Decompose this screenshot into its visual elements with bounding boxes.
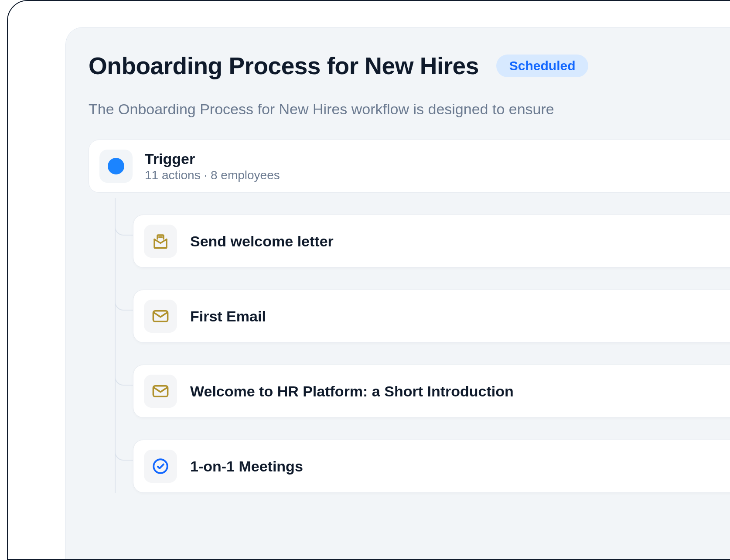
check-circle-icon <box>151 457 170 475</box>
trigger-subtitle: 11 actions · 8 employees <box>145 168 280 182</box>
connector-elbow <box>115 423 133 461</box>
step-card[interactable]: 1-on-1 Meetings <box>133 440 730 493</box>
mail-icon <box>151 382 170 400</box>
connector-elbow <box>115 198 133 236</box>
step-title: 1-on-1 Meetings <box>190 458 303 475</box>
step-icon-box <box>144 225 177 258</box>
header-row: Onboarding Process for New Hires Schedul… <box>89 52 730 80</box>
connector-elbow <box>115 348 133 386</box>
workflow-step: First Email <box>115 290 730 343</box>
workflow-tree: Trigger 11 actions · 8 employees Send we… <box>89 140 730 493</box>
trigger-text: Trigger 11 actions · 8 employees <box>145 150 280 182</box>
page-title: Onboarding Process for New Hires <box>89 52 479 80</box>
status-badge: Scheduled <box>496 55 589 77</box>
step-card[interactable]: First Email <box>133 290 730 343</box>
trigger-icon-box <box>99 150 133 183</box>
steps-container: Send welcome letter First Email Welcome … <box>115 215 730 493</box>
step-title: Welcome to HR Platform: a Short Introduc… <box>190 383 514 400</box>
workflow-step: 1-on-1 Meetings <box>115 440 730 493</box>
step-icon-box <box>144 300 177 333</box>
mail-open-icon <box>151 232 170 250</box>
workflow-description: The Onboarding Process for New Hires wor… <box>89 101 730 118</box>
step-icon-box <box>144 375 177 408</box>
trigger-card[interactable]: Trigger 11 actions · 8 employees <box>89 140 730 193</box>
app-frame: Onboarding Process for New Hires Schedul… <box>7 0 730 560</box>
svg-point-3 <box>154 459 167 473</box>
step-title: First Email <box>190 308 266 325</box>
step-card[interactable]: Send welcome letter <box>133 215 730 268</box>
trigger-title: Trigger <box>145 150 280 167</box>
trigger-dot-icon <box>108 158 124 174</box>
mail-icon <box>151 307 170 325</box>
workflow-step: Welcome to HR Platform: a Short Introduc… <box>115 365 730 418</box>
workflow-step: Send welcome letter <box>115 215 730 268</box>
step-icon-box <box>144 450 177 483</box>
step-card[interactable]: Welcome to HR Platform: a Short Introduc… <box>133 365 730 418</box>
workflow-panel: Onboarding Process for New Hires Schedul… <box>65 27 730 560</box>
connector-elbow <box>115 273 133 311</box>
step-title: Send welcome letter <box>190 233 334 250</box>
